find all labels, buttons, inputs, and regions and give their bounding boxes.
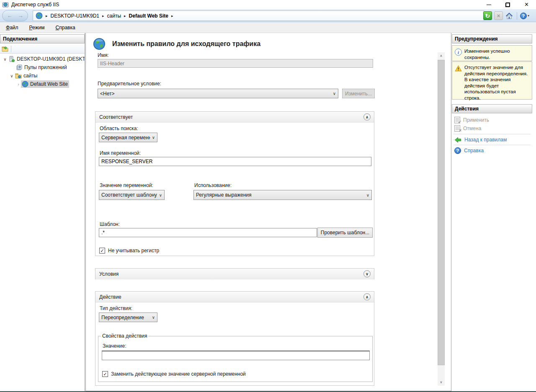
tree-item-label: сайты	[23, 73, 38, 79]
breadcrumb-item-server[interactable]: DESKTOP-U1MK9D1	[51, 13, 99, 19]
collapse-icon[interactable]: ∧	[363, 113, 371, 120]
action-section: Действие ∧ Тип действия: Переопределение…	[95, 291, 374, 386]
help-button[interactable]: ? ▾	[520, 13, 529, 19]
precondition-value: <Нет>	[100, 91, 114, 97]
home-button[interactable]	[505, 11, 514, 20]
breadcrumb-arrow-icon[interactable]: ▸	[171, 14, 173, 18]
tree-item-default-web-site[interactable]: › Default Web Site	[0, 80, 85, 88]
checkmark-icon: ✓	[458, 120, 461, 124]
cancel-label: Отмена	[463, 126, 481, 131]
using-select[interactable]: Регулярные выражения ∨	[193, 190, 372, 200]
cancel-icon: ×	[454, 125, 460, 132]
toolbar-separator	[517, 12, 517, 20]
globe-icon	[36, 12, 43, 19]
variable-value-select[interactable]: Соответствует шаблону ∨	[99, 190, 165, 200]
chevron-down-icon: ∨	[333, 91, 336, 96]
scope-value: Серверная переменн	[101, 135, 150, 141]
conditions-section: Условия ∨	[95, 268, 374, 279]
tree-item-app-pools[interactable]: Пулы приложений	[0, 63, 85, 72]
server-icon	[8, 56, 15, 62]
breadcrumb-arrow-icon: ▸	[46, 14, 48, 18]
scrollbar-thumb[interactable]	[438, 60, 445, 365]
ignore-case-label: Не учитывать регистр	[108, 248, 159, 254]
tree-expanded-icon[interactable]: ∨	[9, 74, 14, 78]
help-link[interactable]: ? Справка	[454, 146, 532, 155]
toolbar-separator	[11, 46, 11, 52]
action-section-header[interactable]: Действие ∧	[95, 292, 374, 302]
breadcrumb[interactable]: ▸ DESKTOP-U1MK9D1 ▸ сайты ▸ Default Web …	[33, 10, 484, 21]
save-connections-icon[interactable]	[2, 46, 8, 52]
close-button[interactable]: ×	[517, 0, 536, 9]
stop-button[interactable]: ×	[494, 11, 503, 20]
variable-name-label: Имя переменной:	[100, 150, 141, 156]
pattern-input[interactable]	[99, 228, 317, 237]
vertical-scrollbar[interactable]: ∧ ∨	[438, 52, 445, 386]
apply-label: Применить	[463, 117, 489, 123]
restore-button[interactable]	[498, 0, 517, 9]
action-type-select[interactable]: Переопределение ∨	[99, 313, 157, 322]
minimize-icon	[487, 5, 491, 5]
minimize-button[interactable]	[479, 0, 498, 9]
using-value: Регулярные выражения	[196, 192, 252, 198]
expand-icon[interactable]: ∨	[363, 270, 371, 277]
breadcrumb-item-sites[interactable]: сайты	[107, 13, 121, 19]
alerts-header: Предупреждения	[452, 34, 532, 44]
back-to-rules-link[interactable]: Назад к правилам	[454, 136, 532, 144]
using-label: Использование:	[194, 182, 232, 188]
alert-warning-text: Отсутствует значение для действия переоп…	[464, 64, 530, 97]
test-pattern-button[interactable]: Проверить шаблон...	[317, 228, 373, 238]
scope-select[interactable]: Серверная переменн ∨	[99, 133, 157, 142]
app-icon	[2, 1, 9, 8]
tree-item-sites[interactable]: ∨ сайты	[0, 72, 85, 80]
replace-value-label: Заменить действующее значение серверной …	[111, 371, 246, 377]
tree-item-label: Пулы приложений	[24, 64, 67, 70]
actions-header: Действия	[452, 104, 532, 113]
site-globe-icon	[22, 81, 28, 87]
back-button[interactable]: ←	[7, 13, 13, 18]
collapse-icon[interactable]: ∧	[363, 293, 371, 300]
replace-value-checkbox[interactable]: ✓	[102, 371, 108, 377]
ignore-case-checkbox[interactable]: ✓	[99, 248, 105, 254]
value-input[interactable]	[102, 351, 370, 360]
application-pools-icon	[16, 64, 23, 71]
action-properties-legend: Свойства действия	[101, 333, 148, 339]
alert-warning: Отсутствует значение для действия переоп…	[452, 61, 532, 100]
tree-collapsed-icon[interactable]: ›	[16, 82, 21, 87]
tree-expanded-icon[interactable]: ∨	[3, 57, 8, 61]
scroll-down-button[interactable]: ∨	[438, 379, 445, 386]
close-icon: ×	[525, 1, 528, 8]
window-title: Диспетчер служб IIS	[11, 2, 59, 8]
scope-label: Область поиска:	[100, 126, 138, 131]
forward-button[interactable]: →	[18, 13, 23, 18]
menu-file[interactable]: Файл	[6, 25, 18, 31]
restore-icon	[505, 3, 510, 7]
breadcrumb-arrow-icon[interactable]: ▸	[124, 14, 126, 18]
match-section-header[interactable]: Соответствует ∧	[95, 112, 374, 123]
action-type-value: Переопределение	[101, 315, 144, 320]
tree-item-label: DESKTOP-U1MK9D1 (DESKTOP	[17, 56, 85, 62]
nav-buttons: ← →	[2, 10, 28, 21]
title-bar: Диспетчер служб IIS ×	[0, 0, 536, 9]
refresh-button[interactable]: ↻	[483, 11, 492, 20]
breadcrumb-arrow-icon[interactable]: ▸	[102, 14, 104, 18]
menu-view[interactable]: Режим	[29, 25, 45, 31]
name-label: Имя:	[98, 52, 109, 58]
conditions-section-header[interactable]: Условия ∨	[95, 269, 374, 279]
menu-help[interactable]: Справка	[56, 25, 75, 31]
address-bar: ← → ▸ DESKTOP-U1MK9D1 ▸ сайты ▸ Default …	[0, 9, 536, 22]
match-section: Соответствует ∧ Область поиска: Серверна…	[95, 111, 374, 256]
info-icon: i	[455, 49, 462, 56]
help-label: Справка	[464, 148, 484, 154]
breadcrumb-item-site[interactable]: Default Web Site	[129, 13, 168, 19]
conditions-section-title: Условия	[99, 271, 119, 277]
edit-outbound-rule-panel: Изменить правило для исходящего трафика …	[85, 33, 451, 391]
edit-precondition-button[interactable]: Изменить...	[342, 89, 375, 98]
tree-item-server[interactable]: ∨ DESKTOP-U1MK9D1 (DESKTOP	[0, 55, 85, 63]
address-toolbar: ↻ × ? ▾	[483, 11, 529, 20]
chevron-down-icon: ∨	[366, 193, 369, 197]
actions-separator	[454, 145, 531, 145]
chevron-down-icon: ∨	[159, 193, 162, 197]
precondition-select[interactable]: <Нет> ∨	[98, 89, 338, 98]
variable-name-input[interactable]	[99, 157, 371, 166]
scroll-up-button[interactable]: ∧	[438, 52, 445, 59]
